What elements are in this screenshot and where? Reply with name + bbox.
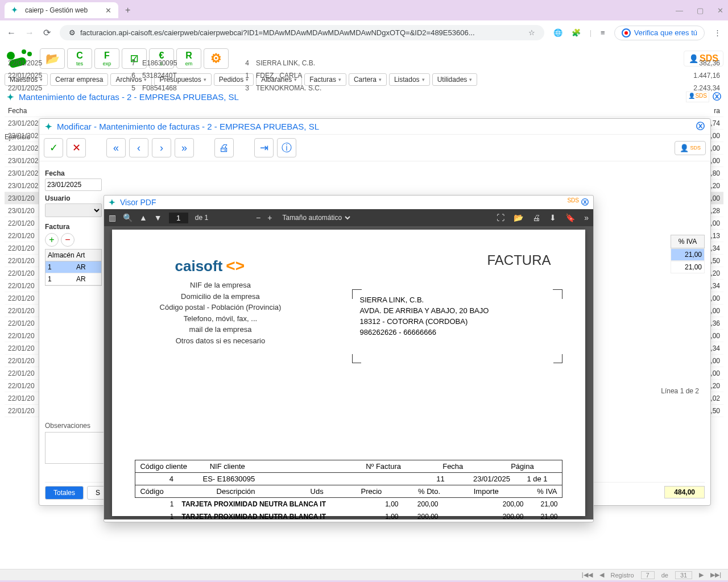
favicon-icon: ✦ xyxy=(11,6,20,15)
url-text: facturacion.api-caisoft.es/caierpweb/cai… xyxy=(80,28,475,37)
maximize-icon[interactable]: ▢ xyxy=(697,6,704,15)
user-badge[interactable]: 👤 xyxy=(675,141,706,155)
page-number-input[interactable] xyxy=(169,213,188,223)
add-line-button[interactable]: + xyxy=(45,233,59,247)
extensions-icon[interactable]: 🧩 xyxy=(572,28,581,37)
nav-back-icon[interactable]: ◀ xyxy=(599,571,604,579)
info-button[interactable]: ⓘ xyxy=(277,138,296,157)
zoom-out-icon[interactable]: − xyxy=(256,213,260,222)
page-of-label: de 1 xyxy=(195,214,208,222)
line-counter: Línea 1 de 2 xyxy=(661,387,699,395)
search-icon[interactable]: 🔍 xyxy=(123,213,133,222)
usuario-select[interactable] xyxy=(45,203,102,217)
invoice-title: FACTURA xyxy=(487,252,551,268)
tab-close-icon[interactable]: ✕ xyxy=(105,6,111,15)
nav-prev-button[interactable]: ‹ xyxy=(129,138,148,157)
form-left-column: Fecha Usuario Factura + − AlmacénArt 1AR… xyxy=(45,166,102,286)
verify-icon xyxy=(622,28,631,38)
fecha-input[interactable] xyxy=(45,178,102,191)
invoice-lines-mini-table: AlmacénArt 1AR1AR xyxy=(45,249,102,286)
confirm-button[interactable]: ✓ xyxy=(44,138,63,157)
bg-bottom-row[interactable]: 22/01/2025653182440T1FDEZ , CARLA1.447,1… xyxy=(5,69,723,82)
invoice-line: 1TARJETA PROXIMIDAD NEUTRA BLANCA IT1,00… xyxy=(135,510,562,519)
verify-identity-button[interactable]: Verifica que eres tú xyxy=(614,26,705,40)
status-bar: |◀◀ ◀ Registro 7 de 31 ▶ ▶▶| xyxy=(0,569,728,580)
mini-table-row[interactable]: 1AR xyxy=(46,273,101,285)
bookmark-icon[interactable]: ☆ xyxy=(528,28,535,37)
pdf-viewer-icon: ✦ xyxy=(109,198,115,207)
record-total: 31 xyxy=(675,571,692,579)
cancel-button[interactable]: ✕ xyxy=(67,138,86,157)
pdf-viewer-title: Visor PDF xyxy=(120,198,156,207)
tools-icon[interactable]: » xyxy=(584,213,589,222)
browser-tab-bar: ✦ caierp - Gestión web ✕ + — ▢ ✕ xyxy=(0,0,728,20)
customer-address-box: SIERRA LINK, C.B.AVDA. DE ARRIBA Y ABAJO… xyxy=(352,289,562,363)
bg-bottom-rows: 22/01/20257E186300954SIERRA LINK, C.B.38… xyxy=(5,57,723,94)
modal-title: Modificar - Mantenimiento de facturas - … xyxy=(57,122,319,131)
window-controls: — ▢ ✕ xyxy=(676,6,723,15)
nav-end-icon[interactable]: ▶▶| xyxy=(710,571,721,579)
record-number: 7 xyxy=(641,571,655,579)
iva-value: 21,00 xyxy=(671,261,705,273)
print-button[interactable]: 🖨 xyxy=(214,138,234,157)
minimize-icon[interactable]: — xyxy=(676,6,683,15)
sidebar-toggle-icon[interactable]: ▥ xyxy=(109,213,116,222)
factura-label: Factura xyxy=(45,223,102,231)
total-amount: 484,00 xyxy=(664,486,705,498)
nav-first-icon[interactable]: |◀◀ xyxy=(582,571,593,579)
browser-nav-bar: ← → ⟳ ⚙ facturacion.api-caisoft.es/caier… xyxy=(0,20,728,45)
pdf-page: FACTURA caisoft<> NIF de la empresaDomic… xyxy=(112,230,585,516)
remove-line-button[interactable]: − xyxy=(61,233,75,247)
zoom-select[interactable]: Tamaño automático xyxy=(279,212,352,223)
company-info: NIF de la empresaDomicilio de la empresa… xyxy=(135,280,305,346)
pdf-canvas[interactable]: FACTURA caisoft<> NIF de la empresaDomic… xyxy=(104,226,593,519)
invoice-line: 1TARJETA PROXIMIDAD NEUTRA BLANCA IT1,00… xyxy=(135,498,562,510)
nav-fwd-icon[interactable]: ▶ xyxy=(699,571,704,579)
nav-first-button[interactable]: « xyxy=(106,138,126,157)
bookmark-pdf-icon[interactable]: 🔖 xyxy=(565,213,575,222)
fullscreen-icon[interactable]: ⛶ xyxy=(497,213,504,222)
pdf-close-icon[interactable]: ⓧ xyxy=(581,197,589,207)
url-bar[interactable]: ⚙ facturacion.api-caisoft.es/caierpweb/c… xyxy=(60,25,544,40)
invoice-meta-table: Código cliente NIF cliente Nº Factura Fe… xyxy=(135,460,562,519)
iva-value: 21,00 xyxy=(671,248,705,261)
download-icon[interactable]: ⬇ xyxy=(549,213,556,222)
extension-globe-icon[interactable]: 🌐 xyxy=(553,28,562,37)
back-icon[interactable]: ← xyxy=(7,28,16,38)
pdf-sds-badge: SDS xyxy=(567,197,579,207)
import-button[interactable]: ⇥ xyxy=(254,138,274,157)
bg-bottom-row[interactable]: 22/01/20257E186300954SIERRA LINK, C.B.38… xyxy=(5,57,723,69)
usuario-label: Usuario xyxy=(45,194,102,202)
new-tab-button[interactable]: + xyxy=(121,5,135,15)
forward-icon[interactable]: → xyxy=(25,28,34,38)
reload-icon[interactable]: ⟳ xyxy=(43,27,51,38)
modal-icon: ✦ xyxy=(45,122,52,132)
nav-next-button[interactable]: › xyxy=(152,138,171,157)
close-window-icon[interactable]: ✕ xyxy=(717,6,723,15)
reader-icon[interactable]: ≡ xyxy=(601,28,605,37)
open-file-icon[interactable]: 📂 xyxy=(514,213,523,222)
bg-bottom-row[interactable]: 22/01/20255F085414683TEKNOKROMA. S.C.2.2… xyxy=(5,82,723,94)
modal-toolbar: ✓ ✕ « ‹ › » 🖨 ⇥ ⓘ 👤 xyxy=(39,135,710,161)
page-up-icon[interactable]: ▲ xyxy=(139,213,147,222)
print-pdf-icon[interactable]: 🖨 xyxy=(532,213,540,222)
mini-table-row[interactable]: 1AR xyxy=(46,261,101,273)
page-down-icon[interactable]: ▼ xyxy=(154,213,162,222)
pdf-viewer-window: ✦ Visor PDF SDS ⓧ ▥ 🔍 ▲ ▼ de 1 − + Tamañ… xyxy=(104,195,594,522)
site-settings-icon[interactable]: ⚙ xyxy=(69,28,76,37)
iva-column: % IVA 21,0021,00 xyxy=(671,235,705,273)
zoom-in-icon[interactable]: + xyxy=(267,213,272,222)
pdf-toolbar: ▥ 🔍 ▲ ▼ de 1 − + Tamaño automático ⛶ 📂 🖨… xyxy=(104,209,593,226)
nav-last-button[interactable]: » xyxy=(175,138,194,157)
modal-close-icon[interactable]: ⓧ xyxy=(696,121,705,132)
browser-menu-icon[interactable]: ⋮ xyxy=(714,28,721,37)
tab-title: caierp - Gestión web xyxy=(25,6,101,14)
browser-tab[interactable]: ✦ caierp - Gestión web ✕ xyxy=(5,2,118,18)
fecha-label: Fecha xyxy=(45,169,102,177)
